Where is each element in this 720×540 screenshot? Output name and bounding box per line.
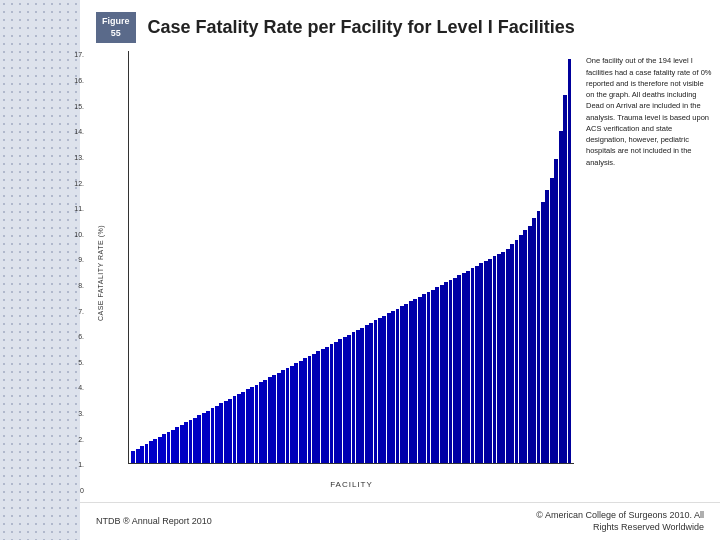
bar (427, 292, 431, 463)
bar (250, 387, 254, 463)
bar (189, 420, 193, 463)
bar (413, 299, 417, 463)
bar (431, 290, 435, 463)
y-tick: 3. (56, 410, 84, 417)
bar (308, 356, 312, 463)
bar (211, 408, 215, 463)
bar (387, 313, 391, 463)
bar (404, 304, 408, 463)
bar (497, 254, 501, 463)
bar (277, 373, 281, 463)
bar (545, 190, 549, 463)
bar (418, 297, 422, 463)
bar (241, 392, 245, 463)
bar (453, 278, 457, 463)
bar (153, 439, 157, 463)
bar (233, 396, 237, 462)
bar (409, 301, 413, 462)
bar (444, 282, 448, 462)
y-tick: 0 (56, 487, 84, 494)
chart-area: CASE FATALITY RATE (%) 01.2.3.4.5.6.7.8.… (80, 51, 720, 501)
bar (347, 335, 351, 463)
annotation: One facility out of the 194 level I faci… (582, 51, 712, 493)
y-tick: 5. (56, 359, 84, 366)
bar (316, 351, 320, 463)
bar (506, 249, 510, 463)
bar (206, 411, 210, 463)
bar (532, 218, 536, 462)
bar (519, 235, 523, 463)
bar (180, 425, 184, 463)
bar (462, 273, 466, 463)
bar (365, 325, 369, 463)
bar (259, 382, 263, 463)
bar (435, 287, 439, 463)
bar (471, 268, 475, 463)
bar (202, 413, 206, 463)
y-tick: 17. (56, 51, 84, 58)
chart-container: CASE FATALITY RATE (%) 01.2.3.4.5.6.7.8.… (88, 51, 574, 493)
x-axis-label: FACILITY (330, 480, 373, 489)
bar (343, 337, 347, 463)
chart-with-axes: CASE FATALITY RATE (%) 01.2.3.4.5.6.7.8.… (88, 51, 574, 493)
bar (272, 375, 276, 463)
y-tick: 13. (56, 154, 84, 161)
bar (140, 446, 144, 463)
bar (294, 363, 298, 463)
bar (484, 261, 488, 463)
bar (488, 259, 492, 463)
bar (550, 178, 554, 463)
footer-left: NTDB ® Annual Report 2010 (96, 516, 212, 526)
y-tick: 8. (56, 282, 84, 289)
bar (255, 385, 259, 463)
bar (268, 377, 272, 462)
bar (299, 361, 303, 463)
bar (224, 401, 228, 463)
bar (149, 441, 153, 462)
bar (479, 263, 483, 462)
bar (510, 244, 514, 462)
bar (237, 394, 241, 463)
bar (378, 318, 382, 463)
bar (184, 422, 188, 462)
y-tick: 9. (56, 256, 84, 263)
bar (215, 406, 219, 463)
y-tick: 6. (56, 333, 84, 340)
bar (136, 449, 140, 463)
footer-right: © American College of Surgeons 2010. All… (536, 509, 704, 534)
bar (523, 230, 527, 463)
bar (568, 59, 572, 462)
y-tick: 7. (56, 308, 84, 315)
y-tick: 14. (56, 128, 84, 135)
bar (197, 415, 201, 462)
bar (338, 339, 342, 462)
bar (559, 131, 563, 463)
y-tick: 4. (56, 384, 84, 391)
header: Figure 55 Case Fatality Rate per Facilit… (80, 0, 720, 51)
bar (356, 330, 360, 463)
bar (374, 320, 378, 462)
bar (369, 323, 373, 463)
bar (541, 202, 545, 463)
y-tick: 2. (56, 436, 84, 443)
bar (246, 389, 250, 463)
bar (501, 252, 505, 463)
bar (228, 399, 232, 463)
bar (440, 285, 444, 463)
bar (290, 366, 294, 463)
bar (131, 451, 135, 463)
bar (515, 240, 519, 463)
bar (171, 430, 175, 463)
bar (175, 427, 179, 463)
y-tick: 1. (56, 461, 84, 468)
bars-area: FACILITY (128, 51, 574, 463)
bar (396, 309, 400, 463)
figure-badge: Figure 55 (96, 12, 136, 43)
bar (475, 266, 479, 463)
y-ticks: 01.2.3.4.5.6.7.8.9.10.11.12.13.14.15.16.… (56, 51, 84, 493)
bar (554, 159, 558, 463)
bar (400, 306, 404, 463)
bar (493, 256, 497, 462)
bar (303, 358, 307, 462)
bar (281, 370, 285, 463)
